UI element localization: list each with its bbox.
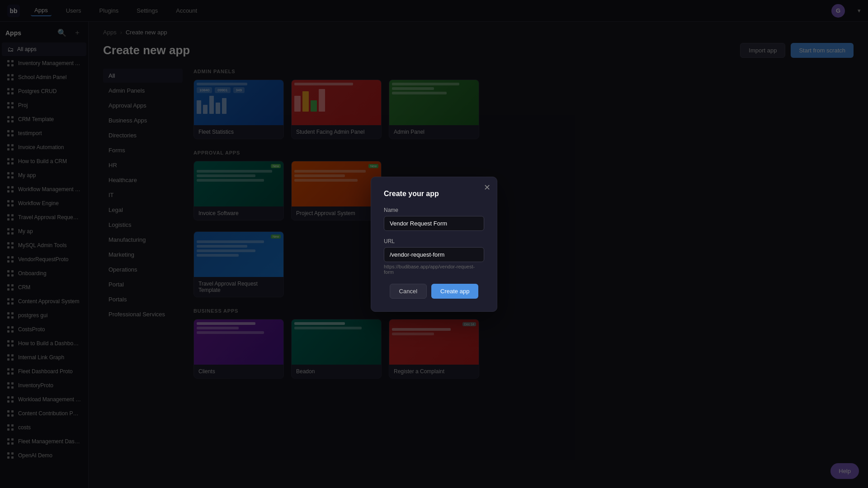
create-app-modal: ✕ Create your app Name URL https://budib…: [371, 177, 497, 312]
modal-url-label: URL: [384, 238, 484, 244]
modal-close-button[interactable]: ✕: [484, 183, 491, 192]
modal-name-label: Name: [384, 207, 484, 213]
modal-title: Create your app: [384, 190, 484, 198]
modal-url-hint: https://budibase.app/app/vendor-request-…: [384, 264, 484, 275]
modal-name-field: Name: [384, 207, 484, 231]
modal-create-button[interactable]: Create app: [431, 284, 478, 299]
modal-cancel-button[interactable]: Cancel: [390, 284, 427, 299]
modal-url-input[interactable]: [384, 247, 484, 262]
modal-name-input[interactable]: [384, 216, 484, 231]
modal-url-field: URL https://budibase.app/app/vendor-requ…: [384, 238, 484, 275]
modal-overlay[interactable]: ✕ Create your app Name URL https://budib…: [0, 0, 868, 488]
modal-actions: Cancel Create app: [384, 284, 484, 299]
